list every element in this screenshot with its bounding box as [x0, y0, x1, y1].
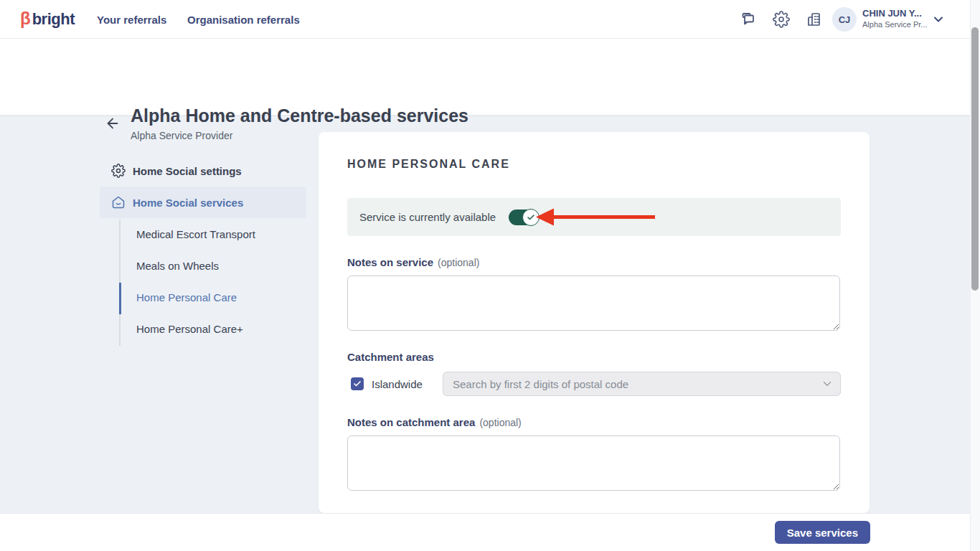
chat-icon[interactable]	[740, 11, 757, 28]
sidebar-item-label: Home Social settings	[133, 165, 242, 177]
user-name: CHIN JUN Y...	[862, 8, 928, 19]
availability-toggle[interactable]	[509, 209, 537, 225]
action-footer: Save services	[0, 513, 980, 551]
app-window: β bright Your referrals Organisation ref…	[0, 0, 980, 551]
page-subtitle: Alpha Service Provider	[131, 130, 232, 141]
service-settings-card: HOME PERSONAL CARE Service is currently …	[319, 132, 870, 513]
sidebar-subitem-home-personal-care-plus[interactable]: Home Personal Care+	[100, 313, 306, 344]
avatar[interactable]: CJ	[832, 7, 857, 32]
red-arrow-annotation	[536, 207, 656, 227]
catchment-row: Islandwide	[347, 372, 841, 396]
brand-logo-text: bright	[32, 10, 75, 29]
postal-code-search	[443, 372, 841, 396]
catchment-areas-label: Catchment areas	[347, 351, 841, 363]
sidebar-item-home-social-services[interactable]: Home Social services	[100, 187, 306, 218]
sidebar-subitem-meals-on-wheels[interactable]: Meals on Wheels	[100, 250, 306, 281]
organisation-icon[interactable]	[806, 11, 823, 28]
optional-tag: (optional)	[438, 257, 479, 268]
home-icon	[111, 195, 126, 209]
nav-your-referrals[interactable]: Your referrals	[97, 0, 166, 39]
scrollbar-thumb[interactable]	[971, 27, 979, 291]
subnav-active-indicator	[119, 283, 121, 314]
top-navbar: β bright Your referrals Organisation ref…	[0, 0, 980, 39]
postal-code-search-input[interactable]	[443, 372, 841, 396]
islandwide-checkbox[interactable]	[351, 377, 364, 390]
user-menu[interactable]: CHIN JUN Y... Alpha Service Pr...	[862, 8, 928, 29]
sidebar-item-label: Home Social services	[133, 197, 243, 209]
sidebar-item-home-social-settings[interactable]: Home Social settings	[100, 155, 306, 187]
brand-logo-icon: β	[20, 10, 31, 27]
gear-icon	[111, 164, 126, 178]
settings-sidebar: Home Social settings Home Social service…	[100, 155, 306, 344]
page-title: Alpha Home and Centre-based services	[131, 105, 468, 126]
nav-organisation-referrals[interactable]: Organisation referrals	[187, 0, 300, 39]
settings-icon[interactable]	[773, 11, 790, 28]
sidebar-subitem-home-personal-care[interactable]: Home Personal Care	[100, 281, 306, 313]
notes-on-service-label: Notes on service(optional)	[347, 256, 841, 268]
optional-tag: (optional)	[479, 417, 521, 428]
save-services-button[interactable]: Save services	[775, 521, 870, 544]
page-header: Alpha Home and Centre-based services Alp…	[0, 39, 980, 116]
scrollbar-track[interactable]	[970, 0, 980, 551]
check-icon	[353, 380, 362, 388]
brand-logo[interactable]: β bright	[20, 0, 75, 39]
notes-on-catchment-label: Notes on catchment area(optional)	[347, 416, 841, 428]
sidebar-subnav: Medical Escort Transport Meals on Wheels…	[100, 218, 306, 344]
islandwide-label: Islandwide	[372, 378, 423, 390]
availability-label: Service is currently available	[359, 211, 496, 223]
sidebar-subitem-medical-escort-transport[interactable]: Medical Escort Transport	[100, 218, 306, 250]
notes-on-service-textarea[interactable]	[347, 276, 840, 331]
back-arrow-icon[interactable]	[103, 113, 123, 133]
toggle-knob-check-icon	[522, 209, 540, 226]
availability-row: Service is currently available	[347, 198, 841, 236]
service-heading: HOME PERSONAL CARE	[347, 158, 841, 171]
notes-on-catchment-textarea[interactable]	[347, 435, 840, 491]
user-organisation: Alpha Service Pr...	[862, 20, 928, 29]
chevron-down-icon[interactable]	[931, 12, 946, 27]
